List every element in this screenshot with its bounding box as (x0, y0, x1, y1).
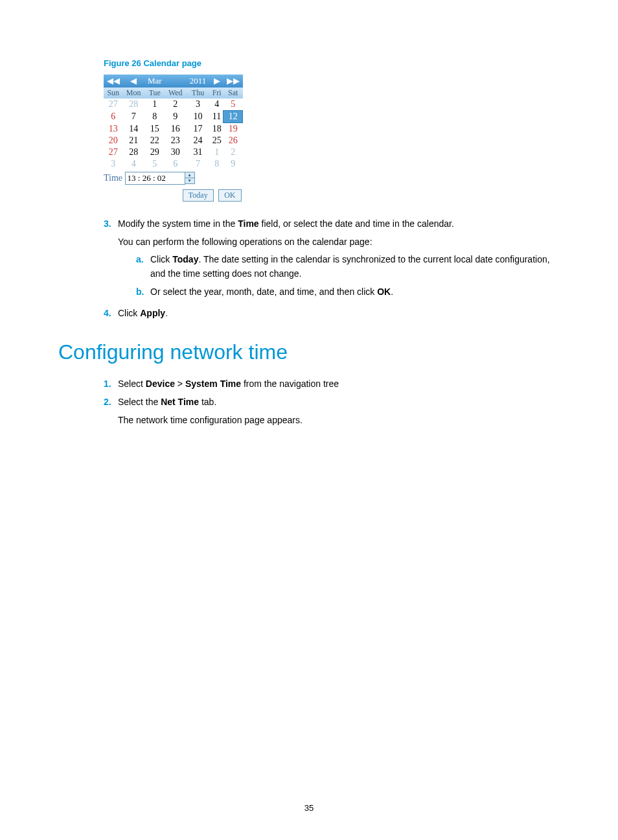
calendar-day[interactable]: 28 (122, 146, 144, 158)
text: . The date setting in the calendar is sy… (150, 254, 550, 279)
list-marker: 4. (104, 307, 118, 321)
text-bold: Net Time (161, 397, 199, 407)
text: You can perform the following operations… (118, 237, 372, 247)
list-marker: b. (136, 285, 150, 299)
text: tab. (199, 397, 216, 407)
calendar-day[interactable]: 7 (122, 111, 144, 123)
calendar-day[interactable]: 4 (210, 99, 223, 111)
text: Modify the system time in the (118, 218, 238, 229)
calendar-day[interactable]: 3 (186, 99, 211, 111)
spinner-up-icon[interactable]: ▲ (185, 172, 194, 178)
text: The network time configuration page appe… (118, 415, 303, 425)
calendar-day[interactable]: 4 (122, 158, 144, 170)
list-marker: 2. (104, 395, 118, 427)
dow: Thu (186, 88, 211, 99)
prev-year-icon[interactable]: ◀◀ (104, 75, 122, 88)
calendar-day[interactable]: 24 (186, 135, 211, 146)
calendar-day[interactable]: 10 (186, 111, 211, 123)
text-bold: Today (172, 254, 198, 264)
text: field, or select the date and time in th… (259, 218, 454, 229)
calendar-day[interactable]: 1 (210, 146, 223, 158)
dow: Mon (122, 88, 144, 99)
today-button[interactable]: Today (183, 189, 214, 202)
calendar-day[interactable]: 5 (223, 99, 243, 111)
time-spinner[interactable]: ▲▼ (185, 172, 195, 184)
calendar-day[interactable]: 30 (165, 146, 186, 158)
calendar-row: 272829303112 (104, 146, 243, 158)
calendar-day[interactable]: 5 (144, 158, 165, 170)
calendar-month[interactable]: Mar (144, 75, 165, 88)
calendar-day[interactable]: 11 (210, 111, 223, 123)
list-marker: 1. (104, 377, 118, 391)
list-marker: a. (136, 253, 150, 281)
calendar-year[interactable]: 2011 (186, 75, 211, 88)
text-bold: Time (238, 218, 258, 229)
time-label: Time (104, 173, 122, 183)
calendar-day[interactable]: 9 (223, 158, 243, 170)
calendar-day[interactable]: 15 (144, 123, 165, 135)
step-3: 3. Modify the system time in the Time fi… (104, 217, 560, 303)
calendar-day[interactable]: 16 (165, 123, 186, 135)
text: from the navigation tree (241, 379, 339, 389)
figure-caption: Figure 26 Calendar page (104, 58, 560, 68)
step-3b: b. Or select the year, month, date, and … (136, 285, 560, 299)
step-1: 1. Select Device > System Time from the … (104, 377, 560, 391)
ok-button[interactable]: OK (218, 189, 241, 202)
calendar-day[interactable]: 26 (223, 135, 243, 146)
calendar-nav-row: ◀◀ ◀ Mar 2011 ▶ ▶▶ (104, 75, 243, 88)
calendar-day[interactable]: 28 (122, 99, 144, 111)
text: > (175, 379, 185, 389)
text: Or select the year, month, date, and tim… (150, 286, 377, 297)
calendar-day[interactable]: 20 (104, 135, 122, 146)
calendar-day[interactable]: 13 (104, 123, 122, 135)
calendar-day[interactable]: 17 (186, 123, 211, 135)
text: Select (118, 379, 146, 389)
calendar-day[interactable]: 19 (223, 123, 243, 135)
calendar-day[interactable]: 1 (144, 99, 165, 111)
text-bold: Apply (140, 308, 165, 318)
calendar-time-row: Time 13 : 26 : 02▲▼ (104, 170, 243, 187)
dow: Sun (104, 88, 122, 99)
calendar-day[interactable]: 9 (165, 111, 186, 123)
calendar-day[interactable]: 29 (144, 146, 165, 158)
calendar-day[interactable]: 23 (165, 135, 186, 146)
calendar-row: 3456789 (104, 158, 243, 170)
calendar-row: 272812345 (104, 99, 243, 111)
text-bold: OK (377, 286, 391, 297)
calendar-day[interactable]: 6 (104, 111, 122, 123)
time-input[interactable]: 13 : 26 : 02 (125, 172, 185, 185)
calendar-day[interactable]: 8 (144, 111, 165, 123)
dow: Fri (210, 88, 223, 99)
calendar-day[interactable]: 2 (165, 99, 186, 111)
calendar-day[interactable]: 6 (165, 158, 186, 170)
text: Select the (118, 397, 161, 407)
calendar-day[interactable]: 31 (186, 146, 211, 158)
calendar-day[interactable]: 14 (122, 123, 144, 135)
calendar-day[interactable]: 21 (122, 135, 144, 146)
calendar-day[interactable]: 27 (104, 146, 122, 158)
calendar-day[interactable]: 25 (210, 135, 223, 146)
calendar-row: 6789101112 (104, 111, 243, 123)
calendar-day[interactable]: 22 (144, 135, 165, 146)
calendar-widget: ◀◀ ◀ Mar 2011 ▶ ▶▶ Sun Mon Tue Wed Thu F… (104, 75, 243, 203)
calendar-day[interactable]: 7 (186, 158, 211, 170)
calendar-day[interactable]: 18 (210, 123, 223, 135)
page-number: 35 (0, 803, 618, 813)
next-month-icon[interactable]: ▶ (210, 75, 223, 88)
prev-month-icon[interactable]: ◀ (122, 75, 144, 88)
calendar-dow-row: Sun Mon Tue Wed Thu Fri Sat (104, 88, 243, 99)
calendar-day[interactable]: 27 (104, 99, 122, 111)
spinner-down-icon[interactable]: ▼ (185, 178, 194, 183)
calendar-day[interactable]: 12 (223, 111, 243, 123)
calendar-day[interactable]: 3 (104, 158, 122, 170)
calendar-row: 13141516171819 (104, 123, 243, 135)
text: . (391, 286, 393, 297)
dow: Sat (223, 88, 243, 99)
calendar-day[interactable]: 2 (223, 146, 243, 158)
text-bold: System Time (185, 379, 241, 389)
calendar-day[interactable]: 8 (210, 158, 223, 170)
text: Click (150, 254, 172, 264)
step-2: 2. Select the Net Time tab. The network … (104, 395, 560, 427)
step-4: 4. Click Apply. (104, 307, 560, 321)
next-year-icon[interactable]: ▶▶ (223, 75, 243, 88)
